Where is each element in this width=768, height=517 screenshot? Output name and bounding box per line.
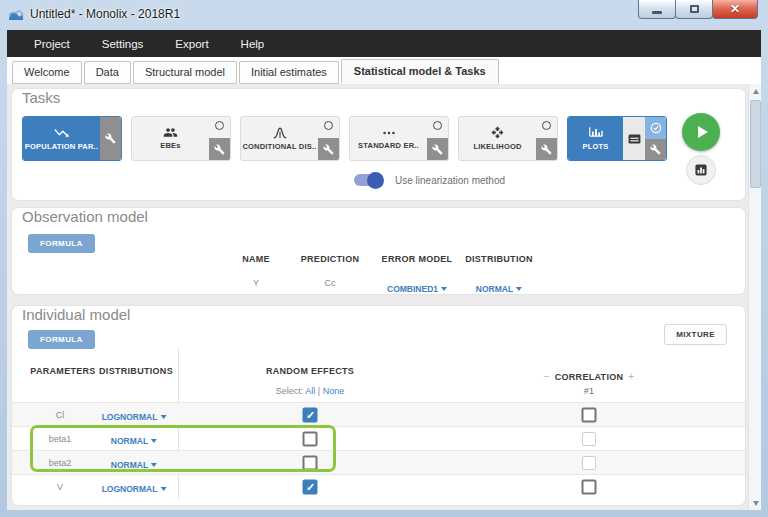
obs-col-prediction: PREDICTION — [301, 254, 360, 264]
distribution-dropdown[interactable]: LOGNORMAL — [102, 406, 167, 424]
chevron-down-icon — [160, 415, 166, 419]
col-distributions: DISTRIBUTIONS — [99, 366, 173, 376]
chevron-down-icon — [516, 287, 522, 291]
close-button[interactable]: ✕ — [712, 0, 758, 19]
menubar: Project Settings Export Help — [7, 30, 761, 57]
chevron-down-icon — [151, 463, 157, 467]
obs-distribution-dropdown[interactable]: NORMAL — [476, 278, 522, 296]
mixture-button[interactable]: MIXTURE — [664, 324, 727, 345]
wrench-icon — [214, 144, 225, 155]
move-arrows-icon — [491, 126, 504, 139]
results-button[interactable] — [686, 155, 716, 185]
tab-structural-model[interactable]: Structural model — [133, 61, 237, 84]
error-model-dropdown[interactable]: COMBINED1 — [387, 278, 447, 296]
monolix-window: { "window": { "title": "Untitled* - Mono… — [0, 0, 768, 517]
bar-chart-icon — [588, 126, 604, 139]
select-all-link[interactable]: All — [305, 386, 315, 396]
task-ebes[interactable]: EBEs — [131, 116, 231, 161]
obs-col-error-model: ERROR MODEL — [382, 254, 453, 264]
wrench-icon — [323, 144, 334, 155]
trending-down-icon — [54, 127, 70, 139]
task-settings-wrench-button[interactable] — [645, 139, 666, 161]
task-settings-wrench-button[interactable] — [318, 138, 339, 160]
task-label: PLOTS — [582, 142, 608, 151]
menu-project[interactable]: Project — [22, 38, 82, 50]
task-likelihood[interactable]: LIKELIHOOD — [458, 116, 558, 161]
linearization-toggle[interactable] — [354, 174, 383, 186]
task-standard-errors[interactable]: STANDARD ER.. — [349, 116, 449, 161]
task-settings-wrench-button[interactable] — [536, 138, 557, 160]
obs-name-value: Y — [253, 278, 259, 288]
distribution-dropdown[interactable]: NORMAL — [111, 430, 157, 448]
tabbar: Welcome Data Structural model Initial es… — [7, 57, 761, 84]
run-button[interactable] — [682, 113, 720, 151]
check-circle-icon — [650, 122, 662, 134]
wrench-icon — [650, 144, 661, 155]
scroll-down-button[interactable] — [749, 496, 762, 510]
correlation-remove-button[interactable]: − — [539, 371, 555, 382]
minimize-icon — [652, 11, 662, 14]
correlation-checkbox[interactable] — [582, 456, 596, 470]
table-row-cl: Cl LOGNORMAL — [12, 402, 745, 426]
scroll-up-button[interactable] — [749, 84, 762, 98]
menu-export[interactable]: Export — [163, 38, 220, 50]
parameter-name: beta1 — [49, 434, 72, 444]
correlation-checkbox[interactable] — [582, 407, 597, 422]
toggle-knob — [367, 172, 384, 189]
obs-col-name: NAME — [242, 254, 270, 264]
observation-formula-button[interactable]: FORMULA — [28, 234, 95, 253]
people-icon — [163, 127, 178, 138]
correlation-checkbox[interactable] — [582, 479, 597, 494]
individual-model-title: Individual model — [22, 306, 130, 323]
distribution-dropdown[interactable]: NORMAL — [111, 454, 157, 472]
tab-initial-estimates[interactable]: Initial estimates — [239, 61, 339, 84]
chevron-down-icon — [151, 439, 157, 443]
table-row-v: V LOGNORMAL — [12, 474, 745, 498]
obs-col-distribution: DISTRIBUTION — [465, 254, 533, 264]
task-conditional-distribution[interactable]: CONDITIONAL DIS.. — [240, 116, 340, 161]
tab-statistical-model-tasks[interactable]: Statistical model & Tasks — [341, 59, 499, 84]
task-settings-wrench-button[interactable] — [209, 138, 230, 160]
plots-display-button[interactable] — [623, 117, 645, 160]
random-effect-checkbox[interactable] — [303, 455, 318, 470]
table-row-beta2: beta2 NORMAL — [12, 450, 745, 474]
menu-help[interactable]: Help — [229, 38, 277, 50]
wrench-icon — [432, 144, 443, 155]
random-effect-checkbox[interactable] — [303, 431, 318, 446]
scrollbar-thumb[interactable] — [750, 100, 761, 188]
task-label: STANDARD ER.. — [358, 141, 419, 150]
tasks-section: Tasks POPULATION PAR.. EBEs — [12, 89, 745, 200]
task-population-parameters[interactable]: POPULATION PAR.. — [22, 116, 122, 161]
random-effect-checkbox[interactable] — [303, 407, 318, 422]
observation-model-title: Observation model — [22, 208, 148, 225]
individual-formula-button[interactable]: FORMULA — [28, 330, 95, 349]
select-none-link[interactable]: None — [323, 386, 345, 396]
random-effect-checkbox[interactable] — [303, 479, 318, 494]
minimize-button[interactable] — [638, 0, 676, 19]
window-title: Untitled* - Monolix - 2018R1 — [30, 7, 180, 21]
tasks-title: Tasks — [22, 89, 60, 106]
plots-select-button[interactable] — [645, 117, 666, 139]
distribution-curve-icon — [272, 127, 288, 139]
status-ring-icon — [433, 121, 442, 130]
tab-welcome[interactable]: Welcome — [12, 61, 82, 84]
content-area: Tasks POPULATION PAR.. EBEs — [7, 84, 761, 510]
parameter-name: V — [57, 482, 63, 492]
parameter-name: beta2 — [49, 458, 72, 468]
vertical-scrollbar[interactable] — [748, 84, 761, 510]
parameter-rows: Cl LOGNORMAL beta1 NORMAL beta2 NORMAL V… — [12, 402, 745, 498]
wrench-icon — [105, 133, 116, 144]
arrow-up-icon — [753, 89, 759, 94]
task-plots[interactable]: PLOTS — [567, 116, 667, 161]
correlation-checkbox[interactable] — [582, 432, 596, 446]
maximize-icon — [690, 5, 699, 13]
menu-settings[interactable]: Settings — [90, 38, 156, 50]
individual-model-section: Individual model FORMULA MIXTURE PARAMET… — [12, 306, 745, 505]
distribution-dropdown[interactable]: LOGNORMAL — [102, 478, 167, 496]
task-settings-wrench-button[interactable] — [427, 138, 448, 160]
task-settings-wrench-button[interactable] — [100, 117, 121, 160]
tab-data[interactable]: Data — [84, 61, 131, 84]
observation-model-section: Observation model FORMULA NAME PREDICTIO… — [12, 208, 745, 294]
maximize-button[interactable] — [675, 0, 713, 19]
correlation-add-button[interactable]: + — [623, 371, 639, 382]
